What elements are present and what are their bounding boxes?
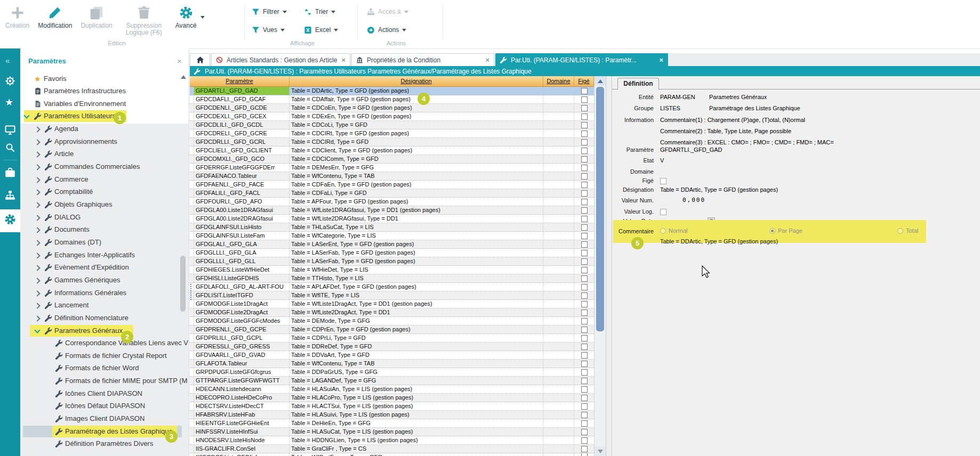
fige-checkbox[interactable] (581, 292, 588, 299)
table-row[interactable]: GFDFAENLI._GFD_FACETable = CDFaEn, Type … (190, 181, 594, 189)
chevron-right-icon[interactable] (34, 227, 40, 233)
fige-checkbox[interactable] (581, 267, 588, 273)
sidebar-scrollbar[interactable] (180, 75, 187, 456)
table-row[interactable]: GFDCDLILI._GFD_GCDLTable = CDCoLi, Type … (190, 121, 594, 129)
fige-checkbox[interactable] (581, 446, 588, 452)
chevron-right-icon[interactable] (34, 189, 40, 195)
tab-1[interactable]: Articles Standards : Gestion des Article… (211, 53, 350, 66)
radio-total[interactable] (897, 228, 903, 234)
table-row[interactable]: GFDLAFOLI._GFD_AL-ART-FOUTable = APLAFDe… (190, 283, 594, 291)
fige-checkbox[interactable] (581, 453, 588, 456)
ribbon-button-excel[interactable]: Excel (304, 22, 353, 37)
table-row[interactable]: GFDCLIELI._GFD_GCLIENTTable = CDClient, … (190, 146, 594, 155)
table-row[interactable]: HDECOPRO.ListeHDeCoProTable = HLACoPro, … (190, 394, 594, 402)
chevron-right-icon[interactable] (34, 177, 40, 183)
sidebar-item-images-client-diapason[interactable]: Images Client DIAPASON (20, 413, 189, 425)
fige-checkbox[interactable] (581, 369, 588, 376)
search-icon[interactable] (5, 143, 15, 152)
chevron-right-icon[interactable] (34, 202, 40, 208)
sidebar-item-commandes-commerciales[interactable]: Commandes Commerciales (20, 161, 189, 173)
dropdown-caret-icon[interactable] (283, 11, 287, 13)
dropdown-caret-icon[interactable] (402, 29, 406, 31)
sidebar-item-param-trage-des-listes-graphique[interactable]: Paramétrage des Listes Graphique (20, 426, 189, 437)
fige-checkbox[interactable] (581, 403, 588, 410)
table-row[interactable]: GFDCOMXLI._GFD_GCOTable = CDCIComm, Type… (190, 155, 594, 164)
table-row[interactable]: GFDPRENLI._GFD_GCPETable = CDPrEn, Type … (190, 325, 594, 334)
sidebar-item-echanges-inter-applicatifs[interactable]: Echanges Inter-Applicatifs (20, 249, 189, 261)
field-checkbox[interactable] (660, 209, 666, 215)
sidebar-item-objets-graphiques[interactable]: Objets Graphiques (20, 199, 189, 210)
fige-checkbox[interactable] (581, 420, 588, 427)
fige-checkbox[interactable] (581, 327, 588, 333)
sidebar-item-formats-de-fichier-mime-pour-smtp-m[interactable]: Formats de fichier MIME pour SMTP (M (20, 375, 189, 387)
fige-checkbox[interactable] (581, 139, 588, 145)
panel-splitter[interactable] (606, 76, 612, 456)
sidebar-item-variables-d-environnement[interactable]: Variables d'Environnement (20, 98, 189, 110)
table-row[interactable]: GFDGLAINFSUI.ListeFamTable = WfCategorie… (190, 232, 594, 240)
sidebar-item-ic-nes-d-faut-diapason[interactable]: Icônes Défaut DIAPASON (20, 400, 189, 412)
briefcase-icon[interactable] (5, 167, 15, 178)
fige-checkbox[interactable] (581, 310, 588, 316)
home-tab[interactable] (190, 53, 210, 66)
table-row[interactable]: GFDRESSLI._GFD_GRESSTable = DDReDef, Typ… (190, 343, 594, 351)
chevron-right-icon[interactable] (34, 126, 40, 132)
chevron-right-icon[interactable] (34, 253, 40, 258)
settings-gear-icon[interactable] (4, 214, 16, 225)
table-row[interactable]: IISFCOGF.ListeGFGfixfcoTable = WfCartFra… (190, 453, 594, 456)
column-header-d-signation[interactable]: Désignation (290, 76, 543, 86)
fige-checkbox[interactable] (581, 190, 588, 197)
table-row[interactable]: GFDGLLLI._GFD_GLLTable = LASerFab, Type … (190, 257, 594, 266)
table-row[interactable]: GFDGLA00.Liste2DRAGfasuiTable = WfListe2… (190, 215, 594, 223)
chevron-right-icon[interactable] (34, 240, 40, 246)
sidebar-item-param-tres-infrastructures[interactable]: Paramètres Infrastructures (20, 85, 189, 97)
table-row[interactable]: GFDHISLI.ListeGFDHISTable = TTHisto, Typ… (190, 274, 594, 283)
chevron-right-icon[interactable] (34, 215, 40, 221)
tab-2[interactable]: Propriétés de la Condition× (351, 53, 494, 66)
sidebar-item-domaines-dt-[interactable]: Domaines (DT) (20, 237, 189, 248)
table-row[interactable]: GFDGLLLI._GFD_GLATable = LASerFab, Type … (190, 249, 594, 257)
table-row[interactable]: GFDMODGF.Liste1DragActTable = WfListe1Dr… (190, 300, 594, 308)
chevron-right-icon[interactable] (34, 290, 40, 296)
table-row[interactable]: GFDGLAINFSUI.LisHistoTable = THLaSuCat, … (190, 223, 594, 232)
fige-checkbox[interactable] (581, 165, 588, 171)
fige-checkbox[interactable] (581, 352, 588, 359)
fige-checkbox[interactable] (581, 386, 588, 393)
fige-checkbox[interactable] (581, 156, 588, 162)
sidebar-item-d-finition-nomenclature[interactable]: Définition Nomenclature (20, 312, 189, 324)
sidebar-item-lancement[interactable]: Lancement (20, 299, 189, 311)
fige-checkbox[interactable] (581, 429, 588, 435)
table-row[interactable]: HFABRSRV.ListeHFabTable = HLASuivi, Type… (190, 411, 594, 419)
fige-checkbox[interactable] (581, 258, 588, 265)
fige-checkbox[interactable] (581, 412, 588, 418)
ribbon-button-cr-ation[interactable]: Création (2, 2, 33, 37)
table-row[interactable]: HINFSSRV.ListeHInfSuiTable = HLASuCat, T… (190, 428, 594, 436)
fige-checkbox[interactable] (581, 173, 588, 180)
fige-checkbox[interactable] (581, 250, 588, 256)
tab-close-icon[interactable]: × (485, 56, 489, 64)
table-row[interactable]: IIS-GRACLIFR.ConSelTable = GraCliFr , Ty… (190, 445, 594, 453)
helm-icon[interactable] (5, 76, 15, 86)
sidebar-item-formats-de-fichier-crystal-report[interactable]: Formats de fichier Crystal Report (20, 350, 189, 362)
sidebar-item-correspondance-variables-liens-avec-v[interactable]: Correspondance Variables Liens avec V (20, 337, 189, 349)
table-row[interactable]: HIEENTGF.ListeGFGHieEntTable = DeHieEn, … (190, 419, 594, 428)
fige-checkbox[interactable] (581, 105, 588, 111)
tab-close-icon[interactable]: × (341, 56, 346, 64)
chevron-right-icon[interactable] (34, 151, 40, 157)
table-row[interactable]: GFLAFOTA.TableurTable = WfContenu, Type … (190, 360, 594, 368)
tab-3[interactable]: Par.Uti. (PARAM-GEN/LISTES) : Paramètr..… (495, 53, 668, 66)
table-scrollbar[interactable] (594, 76, 606, 456)
tab-definition[interactable]: Définition (617, 78, 659, 89)
table-row[interactable]: GFDCDRLLI._GFD_GCRLTable = CDCIRd, Type … (190, 138, 594, 146)
chevron-right-icon[interactable] (34, 265, 40, 271)
table-row[interactable]: HDECANN.ListehdecannTable = HLASuiAn, Ty… (190, 385, 594, 394)
dropdown-caret-icon[interactable] (334, 29, 338, 31)
table-row[interactable]: GFDHIEGES.ListeWfHieDetTable = WfHieDet,… (190, 266, 594, 274)
sidebar-item-comptabilit-[interactable]: Comptabilité (20, 186, 189, 198)
table-row[interactable]: GFDCDEXLI._GFD_GCEXTable = CDExEn, Type … (190, 112, 594, 121)
table-row[interactable]: GFDARTLI._GFD_GADTable = DDArtic, Type =… (190, 87, 594, 95)
table-row[interactable]: HDECTSRV.ListeHDecCTTable = HLACTSui, Ty… (190, 402, 594, 411)
ribbon-button-trier[interactable]: Trier (304, 4, 353, 19)
fige-checkbox[interactable] (581, 182, 588, 188)
fige-checkbox[interactable] (581, 318, 588, 324)
radio-normal[interactable] (660, 228, 666, 234)
